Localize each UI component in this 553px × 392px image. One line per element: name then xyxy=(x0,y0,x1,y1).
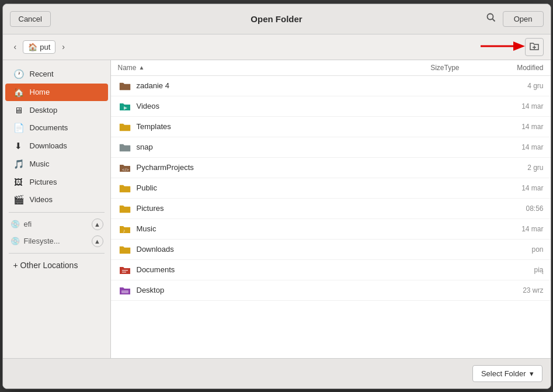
file-name-1: Videos xyxy=(137,102,409,110)
sidebar: 🕐 Recent 🏠 Home 🖥 Desktop 📄 Documents ⬇ … xyxy=(3,60,111,358)
svg-rect-9 xyxy=(120,125,130,131)
filesystem-icon: 💿 xyxy=(10,237,20,245)
file-name-2: Templates xyxy=(137,122,409,131)
sidebar-item-videos[interactable]: 🎬 Videos xyxy=(5,191,108,209)
table-row[interactable]: ♪ Music 14 mar xyxy=(111,219,551,240)
svg-rect-19 xyxy=(122,270,128,271)
sidebar-divider-2 xyxy=(9,253,105,254)
search-button[interactable] xyxy=(484,11,498,27)
new-folder-button[interactable] xyxy=(525,38,544,56)
arrow-annotation xyxy=(478,37,525,55)
pictures-icon: 🖼 xyxy=(13,177,24,187)
table-row[interactable]: Desktop 23 wrz xyxy=(111,280,551,301)
back-button[interactable]: ‹ xyxy=(10,40,21,54)
file-icon-3 xyxy=(118,140,132,154)
other-locations-label: + Other Locations xyxy=(13,261,78,270)
file-name-6: Pictures xyxy=(137,204,409,213)
file-name-3: snap xyxy=(137,143,409,151)
table-row[interactable]: snap 14 mar xyxy=(111,137,551,158)
file-icon-4: </> xyxy=(118,161,132,175)
svg-text:</>: </> xyxy=(122,167,129,172)
dialog-body: 🕐 Recent 🏠 Home 🖥 Desktop 📄 Documents ⬇ … xyxy=(3,60,551,358)
sidebar-item-pictures[interactable]: 🖼 Pictures xyxy=(5,174,108,190)
file-rows-container: zadanie 4 4 gru Videos 14 mar Templates … xyxy=(111,76,551,301)
sort-arrow-name: ▲ xyxy=(139,64,145,71)
downloads-icon: ⬇ xyxy=(13,141,24,151)
table-row[interactable]: zadanie 4 4 gru xyxy=(111,76,551,96)
table-row[interactable]: Pictures 08:56 xyxy=(111,199,551,219)
sidebar-label-documents: Documents xyxy=(30,123,100,132)
cancel-button[interactable]: Cancel xyxy=(10,11,51,27)
documents-icon: 📄 xyxy=(13,123,24,133)
eject-filesystem-button[interactable]: ▲ xyxy=(92,235,103,247)
location-box: 🏠 put xyxy=(23,40,55,54)
file-modified-2: 14 mar xyxy=(485,123,544,131)
file-modified-9: pią xyxy=(485,266,544,274)
file-modified-3: 14 mar xyxy=(485,143,544,151)
svg-rect-6 xyxy=(120,84,130,90)
file-icon-6 xyxy=(118,202,132,216)
open-button[interactable]: Open xyxy=(503,11,544,27)
file-modified-5: 14 mar xyxy=(485,184,544,192)
svg-rect-22 xyxy=(121,290,128,293)
dialog-header: Cancel Open Folder Open xyxy=(3,4,551,34)
svg-rect-18 xyxy=(120,268,130,274)
table-row[interactable]: Documents pią xyxy=(111,260,551,280)
sidebar-item-home[interactable]: 🏠 Home xyxy=(5,84,108,101)
file-icon-5 xyxy=(118,181,132,195)
svg-rect-13 xyxy=(120,186,130,192)
svg-line-1 xyxy=(492,19,495,22)
sidebar-item-recent[interactable]: 🕐 Recent xyxy=(5,65,108,83)
file-modified-6: 08:56 xyxy=(485,204,544,213)
table-row[interactable]: Videos 14 mar xyxy=(111,96,551,117)
dialog-title: Open Folder xyxy=(251,14,302,24)
file-name-4: PycharmProjects xyxy=(137,163,409,172)
table-row[interactable]: Templates 14 mar xyxy=(111,117,551,137)
file-icon-1 xyxy=(118,99,132,113)
sidebar-label-downloads: Downloads xyxy=(30,141,100,150)
eject-efi-button[interactable]: ▲ xyxy=(92,218,103,230)
sidebar-item-downloads[interactable]: ⬇ Downloads xyxy=(5,137,108,155)
efi-icon: 💿 xyxy=(10,220,20,228)
file-name-5: Public xyxy=(137,183,409,192)
other-locations-item[interactable]: + Other Locations xyxy=(5,257,108,273)
forward-button[interactable]: › xyxy=(58,40,69,54)
file-name-8: Downloads xyxy=(137,245,409,254)
column-name[interactable]: Name ▲ xyxy=(118,64,409,72)
dialog-footer: Select Folder ▾ xyxy=(3,358,551,388)
svg-rect-10 xyxy=(120,145,130,151)
svg-rect-20 xyxy=(122,272,126,273)
sidebar-divider xyxy=(9,212,105,213)
svg-rect-17 xyxy=(120,248,130,254)
sidebar-label-efi: efi xyxy=(24,220,88,228)
file-list: Name ▲ Size Type Modified zadanie 4 4 gr… xyxy=(111,60,551,358)
column-type[interactable]: Type xyxy=(444,64,485,72)
sidebar-item-music[interactable]: 🎵 Music xyxy=(5,155,108,173)
toolbar: ‹ 🏠 put › xyxy=(3,34,551,60)
file-name-0: zadanie 4 xyxy=(137,81,409,90)
column-size[interactable]: Size xyxy=(409,64,444,72)
sidebar-item-filesystem[interactable]: 💿 Filesyste... ▲ xyxy=(5,233,108,249)
file-icon-9 xyxy=(118,263,132,277)
sidebar-item-documents[interactable]: 📄 Documents xyxy=(5,119,108,137)
open-folder-dialog: Cancel Open Folder Open ‹ 🏠 put › xyxy=(2,4,551,389)
file-icon-7: ♪ xyxy=(118,222,132,236)
sidebar-label-videos: Videos xyxy=(30,195,100,204)
sidebar-label-filesystem: Filesyste... xyxy=(24,237,88,245)
svg-rect-14 xyxy=(120,207,130,213)
recent-icon: 🕐 xyxy=(13,69,24,79)
table-row[interactable]: Public 14 mar xyxy=(111,178,551,199)
file-modified-1: 14 mar xyxy=(485,102,544,110)
svg-marker-3 xyxy=(513,41,525,51)
column-modified[interactable]: Modified xyxy=(485,64,544,72)
table-row[interactable]: Downloads pon xyxy=(111,240,551,260)
location-label: put xyxy=(40,43,50,51)
sidebar-item-efi[interactable]: 💿 efi ▲ xyxy=(5,216,108,233)
select-folder-button[interactable]: Select Folder ▾ xyxy=(472,365,542,382)
sidebar-label-pictures: Pictures xyxy=(30,178,100,186)
sidebar-item-desktop[interactable]: 🖥 Desktop xyxy=(5,102,108,119)
home-icon: 🏠 xyxy=(28,43,37,51)
file-modified-0: 4 gru xyxy=(485,82,544,90)
table-row[interactable]: </> PycharmProjects 2 gru xyxy=(111,158,551,178)
sidebar-label-home: Home xyxy=(30,88,100,96)
